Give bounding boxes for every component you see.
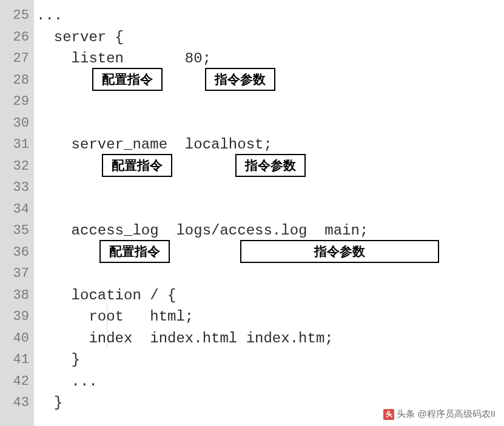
code-line: [36, 91, 504, 113]
line-number: 37: [4, 263, 29, 285]
line-number: 30: [4, 113, 29, 135]
line-number: 42: [4, 371, 29, 393]
code-line: ...: [36, 5, 504, 27]
code-line: listen 80;: [36, 48, 504, 70]
code-editor: 25262728293031323334353637383940414243 .…: [0, 0, 504, 426]
line-number: 35: [4, 220, 29, 242]
line-number: 43: [4, 392, 29, 414]
code-line: [36, 263, 504, 285]
watermark-source: 头条: [397, 408, 415, 420]
line-number: 25: [4, 5, 29, 27]
code-line: [36, 177, 504, 199]
code-line: ...: [36, 371, 504, 393]
indent-guide: [107, 306, 107, 348]
line-number: 26: [4, 27, 29, 48]
line-number: 29: [4, 91, 29, 113]
code-line: }: [36, 349, 504, 371]
line-number: 28: [4, 70, 29, 92]
code-line: server {: [36, 27, 504, 48]
watermark-author: @程序员高级码农II: [417, 408, 496, 420]
line-number: 40: [4, 328, 29, 350]
code-line: server_name localhost;: [36, 134, 504, 156]
source-logo-icon: 头: [383, 409, 394, 420]
line-number: 34: [4, 199, 29, 221]
line-number-gutter: 25262728293031323334353637383940414243: [0, 0, 34, 426]
line-number: 33: [4, 177, 29, 199]
code-line: access_log logs/access.log main;: [36, 220, 504, 242]
watermark: 头 头条 @程序员高级码农II: [383, 408, 496, 420]
code-content: ... server { listen 80; server_name loca…: [34, 0, 504, 426]
code-line: [36, 242, 504, 264]
line-number: 41: [4, 349, 29, 371]
line-number: 31: [4, 134, 29, 156]
code-line: [36, 70, 504, 92]
code-line: [36, 199, 504, 221]
line-number: 36: [4, 242, 29, 264]
line-number: 38: [4, 285, 29, 307]
line-number: 39: [4, 306, 29, 328]
line-number: 27: [4, 48, 29, 70]
line-number: 32: [4, 156, 29, 178]
code-line: [36, 113, 504, 135]
code-line: [36, 156, 504, 178]
code-line: location / {: [36, 285, 504, 307]
